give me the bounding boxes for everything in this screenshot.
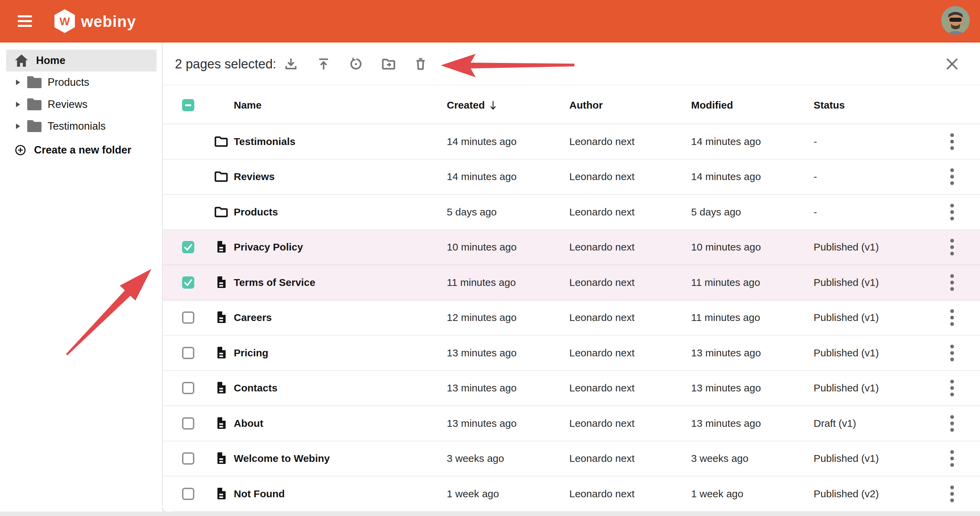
folder-icon [27, 120, 42, 133]
table-row[interactable]: Careers 12 minutes ago Leonardo next 11 … [163, 301, 980, 336]
table-row[interactable]: Not Found 1 week ago Leonardo next 1 wee… [163, 476, 980, 512]
row-modified: 11 minutes ago [691, 277, 760, 288]
row-type-icon [214, 169, 229, 184]
page-icon [214, 346, 229, 360]
row-checkbox[interactable] [182, 347, 195, 360]
select-all-checkbox[interactable] [182, 99, 195, 111]
row-menu-button[interactable] [944, 202, 960, 222]
delete-button[interactable] [410, 54, 431, 74]
chevron-right-icon[interactable] [16, 79, 21, 86]
move-to-folder-icon [382, 57, 396, 71]
row-type-icon [214, 486, 229, 502]
sidebar-item-reviews[interactable]: Reviews [0, 94, 156, 115]
kebab-menu-icon [950, 309, 955, 326]
kebab-menu-icon [950, 450, 955, 467]
table-row[interactable]: Contacts 13 minutes ago Leonardo next 13… [163, 371, 980, 406]
table-row[interactable]: Pricing 13 minutes ago Leonardo next 13 … [163, 336, 980, 371]
publish-icon [317, 57, 331, 71]
kebab-menu-icon [950, 238, 955, 256]
row-checkbox[interactable] [182, 452, 195, 465]
row-modified: 3 weeks ago [691, 453, 748, 464]
row-type-icon [214, 310, 229, 325]
row-name[interactable]: Welcome to Webiny [234, 453, 330, 464]
row-type-icon [214, 451, 229, 466]
row-status: Published (v1) [814, 277, 879, 288]
row-name[interactable]: Not Found [234, 488, 285, 500]
sidebar-item-home[interactable]: Home [6, 50, 156, 72]
row-checkbox[interactable] [182, 311, 195, 324]
column-header-author[interactable]: Author [569, 86, 603, 124]
row-name[interactable]: Testimonials [234, 136, 295, 147]
table-row[interactable]: Welcome to Webiny 3 weeks ago Leonardo n… [163, 441, 980, 477]
folder-icon [27, 76, 42, 89]
restore-button[interactable] [346, 54, 366, 74]
column-header-modified[interactable]: Modified [691, 86, 733, 124]
row-menu-button[interactable] [944, 413, 960, 434]
download-icon [284, 57, 298, 71]
trash-icon [414, 57, 428, 71]
row-modified: 13 minutes ago [691, 382, 761, 394]
row-modified: 14 minutes ago [691, 136, 761, 147]
row-checkbox[interactable] [182, 487, 195, 500]
hamburger-menu-icon[interactable] [18, 13, 33, 29]
row-name[interactable]: Privacy Policy [234, 241, 303, 253]
row-menu-button[interactable] [944, 307, 960, 328]
page-list-panel: 2 pages selected: [163, 43, 980, 512]
row-checkbox[interactable] [182, 417, 195, 430]
row-status: - [814, 206, 817, 218]
svg-text:W: W [60, 15, 70, 27]
column-header-created[interactable]: Created [447, 86, 497, 124]
row-menu-button[interactable] [944, 448, 960, 469]
create-folder-button[interactable]: Create a new folder [15, 140, 131, 160]
row-name[interactable]: Contacts [234, 382, 277, 394]
move-to-folder-button[interactable] [379, 54, 399, 74]
row-menu-button[interactable] [944, 131, 960, 152]
row-author: Leonardo next [569, 241, 635, 253]
column-header-status[interactable]: Status [814, 86, 845, 124]
row-checkbox[interactable] [182, 276, 195, 289]
kebab-menu-icon [950, 414, 955, 432]
column-header-name[interactable]: Name [234, 86, 262, 124]
table-row[interactable]: Privacy Policy 10 minutes ago Leonardo n… [163, 230, 980, 266]
publish-button[interactable] [313, 54, 334, 74]
download-button[interactable] [281, 54, 301, 74]
row-modified: 11 minutes ago [691, 312, 760, 323]
home-icon [14, 54, 29, 67]
row-menu-button[interactable] [944, 166, 960, 187]
table-row[interactable]: About 13 minutes ago Leonardo next 13 mi… [163, 406, 980, 441]
row-type-icon [214, 205, 229, 220]
page-icon [214, 486, 229, 502]
chevron-right-icon[interactable] [16, 123, 21, 129]
row-modified: 14 minutes ago [691, 171, 761, 182]
row-name[interactable]: Products [234, 206, 278, 218]
user-avatar[interactable] [941, 6, 970, 35]
table-row[interactable]: Terms of Service 11 minutes ago Leonardo… [163, 265, 980, 301]
row-menu-button[interactable] [944, 272, 960, 293]
row-status: Published (v1) [814, 241, 879, 253]
close-selection-button[interactable] [942, 54, 962, 74]
row-menu-button[interactable] [944, 484, 960, 504]
row-name[interactable]: Terms of Service [234, 277, 315, 288]
row-name[interactable]: Careers [234, 312, 272, 323]
row-created: 12 minutes ago [447, 312, 517, 323]
row-menu-button[interactable] [944, 378, 960, 398]
row-menu-button[interactable] [944, 343, 960, 363]
row-menu-button[interactable] [944, 237, 960, 257]
row-name[interactable]: Pricing [234, 347, 269, 359]
row-created: 1 week ago [447, 488, 499, 500]
folder-sidebar: Home Products Reviews Testimonials Creat… [0, 43, 163, 512]
table-row[interactable]: Testimonials 14 minutes ago Leonardo nex… [163, 124, 980, 160]
chevron-right-icon[interactable] [16, 102, 21, 108]
row-checkbox[interactable] [182, 382, 195, 395]
table-row[interactable]: Products 5 days ago Leonardo next 5 days… [163, 195, 980, 230]
sidebar-item-testimonials[interactable]: Testimonials [0, 116, 156, 137]
row-name[interactable]: About [234, 418, 263, 429]
sidebar-item-products[interactable]: Products [0, 72, 156, 92]
table-row[interactable]: Reviews 14 minutes ago Leonardo next 14 … [163, 160, 980, 195]
row-checkbox [182, 170, 195, 183]
row-checkbox[interactable] [182, 240, 195, 253]
row-modified: 10 minutes ago [691, 241, 761, 253]
row-created: 5 days ago [447, 206, 497, 218]
row-name[interactable]: Reviews [234, 171, 275, 182]
kebab-menu-icon [950, 133, 955, 150]
